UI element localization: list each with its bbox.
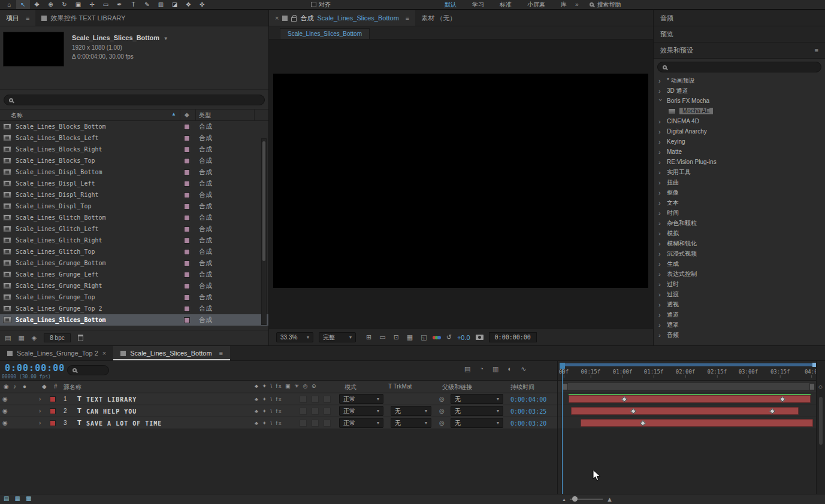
label-color-chip[interactable] — [184, 192, 190, 198]
disclosure-arrow-icon[interactable]: › — [658, 311, 663, 318]
layer-switches[interactable]: ♣ ✦ \ fx — [255, 408, 282, 414]
project-item-row[interactable]: Scale_Lines_Grunge_Top 合成 — [0, 292, 268, 303]
effects-tree-item[interactable]: › 过时 — [654, 279, 825, 289]
parent-dropdown[interactable]: 无 ▾ — [451, 406, 503, 416]
close-icon[interactable]: × — [275, 14, 279, 22]
effects-tree-item[interactable]: › 沉浸式视频 — [654, 248, 825, 259]
panel-menu-icon[interactable]: ≡ — [26, 14, 29, 22]
layer-switches[interactable]: ♣ ✦ \ fx — [255, 396, 282, 402]
label-color-chip[interactable] — [184, 260, 190, 266]
work-area-band[interactable] — [562, 363, 815, 366]
disclosure-arrow-icon[interactable]: › — [658, 128, 663, 135]
disclosure-arrow-icon[interactable]: › — [658, 240, 663, 247]
disclosure-arrow-icon[interactable]: › — [658, 220, 663, 227]
label-color-chip[interactable] — [184, 249, 190, 255]
project-item-row[interactable]: Scale_Lines_Glitch_Left 合成 — [0, 223, 268, 235]
label-color-chip[interactable] — [184, 294, 190, 300]
layer-visibility-eye-icon[interactable]: ◉ — [2, 396, 8, 402]
workspace-tab[interactable]: 学习 — [472, 1, 484, 9]
effects-tree-item[interactable]: › * 动画预设 — [654, 75, 825, 86]
disclosure-arrow-icon[interactable]: › — [658, 138, 663, 145]
layer-duration-bar[interactable] — [569, 395, 811, 403]
camera-tool-icon[interactable]: ▣ — [71, 0, 85, 9]
frame-blending-icon[interactable]: ▥ — [492, 365, 498, 373]
workspace-tab[interactable]: 默认 — [445, 1, 457, 9]
search-help[interactable]: 搜索帮助 — [590, 1, 621, 9]
effects-tree-item[interactable]: › Digital Anarchy — [654, 126, 825, 136]
disclosure-arrow-icon[interactable]: › — [658, 271, 663, 278]
keyframe-diamond[interactable] — [640, 420, 646, 426]
mask-path-visibility-icon[interactable]: ▭ — [379, 333, 385, 341]
parent-pickwhip-icon[interactable]: ◎ — [439, 396, 445, 402]
zoom-tool-icon[interactable]: ⊕ — [44, 0, 58, 9]
effects-tree-item[interactable]: › 文本 — [654, 198, 825, 208]
effects-tree-item[interactable]: › 遮罩 — [654, 320, 825, 330]
disclosure-arrow-icon[interactable]: › — [658, 199, 663, 207]
chevron-down-icon[interactable]: ▼ — [164, 36, 168, 41]
effects-tree-item[interactable]: › 模拟 — [654, 228, 825, 238]
label-color-chip[interactable] — [184, 158, 190, 164]
new-composition-icon[interactable]: ◈ — [32, 334, 37, 342]
snapshot-camera-icon[interactable] — [476, 335, 483, 340]
more-workspaces-icon[interactable]: » — [575, 1, 579, 8]
effects-tree-item[interactable]: › 过渡 — [654, 289, 825, 299]
layer-duration-bar[interactable] — [581, 419, 813, 427]
current-time-display[interactable]: 0:00:00:00 — [5, 363, 65, 374]
timeline-search[interactable] — [67, 365, 109, 375]
eraser-tool-icon[interactable]: ◪ — [168, 0, 182, 9]
project-search[interactable] — [4, 95, 265, 105]
panel-menu-icon[interactable]: ≡ — [815, 47, 818, 54]
tab-effect-controls[interactable]: 效果控件 TEXT LIBRARY — [35, 10, 131, 26]
zoom-slider[interactable] — [570, 499, 603, 500]
column-name[interactable]: 名称 — [11, 111, 23, 120]
project-item-row[interactable]: Scale_Lines_Glitch_Top 合成 — [0, 246, 268, 257]
snap-checkbox[interactable] — [311, 2, 316, 7]
bit-depth-button[interactable]: 8 bpc — [44, 333, 70, 342]
effects-tree-item[interactable]: › RE:Vision Plug-ins — [654, 157, 825, 167]
disclosure-arrow-icon[interactable]: › — [658, 250, 663, 257]
pen-tool-icon[interactable]: ✒ — [113, 0, 126, 9]
disclosure-arrow-icon[interactable]: › — [658, 148, 663, 156]
effects-tree-item[interactable]: › 透视 — [654, 299, 825, 309]
blend-mode-dropdown[interactable]: 正常 ▾ — [339, 418, 383, 428]
expand-in-out-columns-icon[interactable]: ▩ — [26, 495, 31, 502]
layer-label-chip[interactable] — [50, 408, 56, 414]
zoom-out-mountain-icon[interactable]: ▲ — [562, 497, 566, 502]
blend-mode-dropdown[interactable]: 正常 ▾ — [339, 406, 383, 416]
workspace-tab[interactable]: 标准 — [500, 1, 512, 9]
layer-visibility-eye-icon[interactable]: ◉ — [2, 420, 8, 426]
parent-dropdown[interactable]: 无 ▾ — [451, 394, 503, 404]
column-trkmat[interactable]: T TrkMat — [388, 383, 412, 390]
layer-name[interactable]: TEXT LIBRARY — [86, 396, 137, 403]
layer-row[interactable]: ◉ › 2 T CAN HELP YOU ♣ ✦ \ fx 正常 — [0, 405, 557, 417]
orbit-camera-tool-icon[interactable]: ↻ — [58, 0, 71, 9]
effects-tree-item[interactable]: › Keying — [654, 136, 825, 147]
home-icon[interactable]: ⌂ — [2, 0, 16, 9]
type-tool-icon[interactable]: T — [126, 0, 140, 9]
disclosure-arrow-icon[interactable]: › — [658, 291, 663, 298]
effects-search-input[interactable] — [670, 64, 816, 71]
disclosure-arrow-icon[interactable]: › — [658, 281, 663, 288]
column-duration[interactable]: 持续时间 — [510, 383, 534, 391]
label-color-chip[interactable] — [184, 204, 190, 210]
work-area-bar[interactable] — [562, 382, 815, 391]
resolution-dropdown[interactable]: 完整 ▾ — [319, 332, 356, 342]
effects-tree-item[interactable]: › 生成 — [654, 259, 825, 269]
project-item-row[interactable]: Scale_Lines_Glitch_Right 合成 — [0, 235, 268, 246]
keyframe-diamond[interactable] — [779, 396, 785, 402]
tab-project[interactable]: 项目 ≡ — [0, 10, 35, 26]
zoom-slider-knob[interactable] — [572, 496, 578, 502]
effects-tree-item[interactable]: › 模糊和锐化 — [654, 238, 825, 248]
composition-viewport[interactable] — [269, 40, 653, 329]
effects-tree-item[interactable]: › 3D 通道 — [654, 86, 825, 96]
switch-cell[interactable] — [312, 408, 319, 415]
grid-guides-options-icon[interactable]: ⊞ — [366, 333, 371, 341]
effects-tree-item[interactable]: › Boris FX Mocha — [654, 96, 825, 106]
project-item-row[interactable]: Scale_Lines_Displ_Bottom 合成 — [0, 166, 268, 178]
composition-canvas[interactable] — [273, 74, 648, 288]
composition-subtab[interactable]: Scale_Lines_Slices_Bottom — [280, 28, 370, 39]
column-type[interactable]: 类型 — [199, 111, 211, 120]
label-color-chip[interactable] — [184, 147, 190, 153]
timeline-tab-inactive[interactable]: Scale_Lines_Grunge_Top 2 × — [0, 346, 113, 360]
project-item-row[interactable]: Scale_Lines_Displ_Left 合成 — [0, 178, 268, 189]
